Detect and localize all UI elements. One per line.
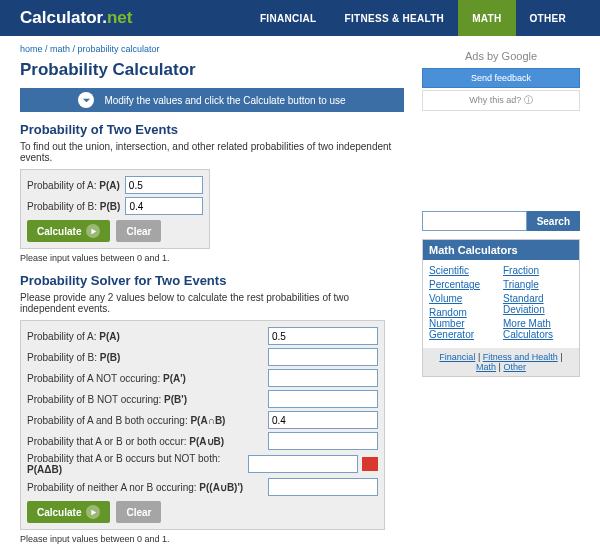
solver-label-4: Probability of A and B both occuring: P(… [27,415,263,426]
footer-fitness[interactable]: Fitness and Health [483,352,558,362]
solver-label-7: Probability of neither A nor B occuring:… [27,482,263,493]
main-nav: FINANCIAL FITNESS & HEALTH MATH OTHER [246,0,580,36]
section1-note: Please input values between 0 and 1. [20,253,404,263]
footer-financial[interactable]: Financial [439,352,475,362]
clear-button[interactable]: Clear [116,501,161,523]
link-random-number[interactable]: Random Number Generator [429,307,499,340]
top-header: Calculator.net FINANCIAL FITNESS & HEALT… [0,0,600,36]
section1-title: Probability of Two Events [20,122,404,137]
link-fraction[interactable]: Fraction [503,265,573,276]
chevron-down-icon [78,92,94,108]
solver-label-5: Probability that A or B or both occur: P… [27,436,263,447]
solver-label-6: Probability that A or B occurs but NOT b… [27,453,243,475]
solver-input-3[interactable] [268,390,378,408]
solver-input-2[interactable] [268,369,378,387]
section1-form: Probability of A: P(A) Probability of B:… [20,169,210,249]
search-button[interactable]: Search [527,211,580,231]
link-triangle[interactable]: Triangle [503,279,573,290]
side-panel-title: Math Calculators [423,240,579,260]
input-pb[interactable] [125,197,203,215]
search-input[interactable] [422,211,527,231]
breadcrumb[interactable]: home / math / probability calculator [20,44,404,54]
section1-desc: To find out the union, intersection, and… [20,141,404,163]
banner-text: Modify the values and click the Calculat… [104,95,345,106]
link-percentage[interactable]: Percentage [429,279,499,290]
math-calculators-panel: Math Calculators Scientific Percentage V… [422,239,580,377]
link-std-dev[interactable]: Standard Deviation [503,293,573,315]
label-pa: Probability of A: P(A) [27,180,120,191]
venn-icon [362,457,378,471]
site-logo[interactable]: Calculator.net [20,8,132,28]
why-this-ad-button[interactable]: Why this ad? ⓘ [422,90,580,111]
solver-input-7[interactable] [268,478,378,496]
section2-desc: Please provide any 2 values below to cal… [20,292,404,314]
nav-other[interactable]: OTHER [516,0,581,36]
solver-input-4[interactable] [268,411,378,429]
nav-financial[interactable]: FINANCIAL [246,0,331,36]
section2-note: Please input values between 0 and 1. [20,534,404,544]
input-pa[interactable] [125,176,203,194]
side-footer: Financial | Fitness and Health | Math | … [423,348,579,376]
solver-input-1[interactable] [268,348,378,366]
play-icon [86,505,100,519]
solver-input-5[interactable] [268,432,378,450]
footer-other[interactable]: Other [503,362,526,372]
solver-input-0[interactable] [268,327,378,345]
link-volume[interactable]: Volume [429,293,499,304]
ads-label: Ads by Google [422,50,580,62]
clear-button[interactable]: Clear [116,220,161,242]
link-scientific[interactable]: Scientific [429,265,499,276]
solver-label-2: Probability of A NOT occuring: P(A') [27,373,263,384]
page-title: Probability Calculator [20,60,404,80]
label-pb: Probability of B: P(B) [27,201,120,212]
play-icon [86,224,100,238]
link-more-math[interactable]: More Math Calculators [503,318,573,340]
calculate-button[interactable]: Calculate [27,501,110,523]
solver-label-0: Probability of A: P(A) [27,331,263,342]
solver-label-1: Probability of B: P(B) [27,352,263,363]
send-feedback-button[interactable]: Send feedback [422,68,580,88]
footer-math[interactable]: Math [476,362,496,372]
section2-form: Probability of A: P(A)Probability of B: … [20,320,385,530]
solver-label-3: Probability of B NOT occuring: P(B') [27,394,263,405]
calculate-button[interactable]: Calculate [27,220,110,242]
nav-fitness[interactable]: FITNESS & HEALTH [331,0,459,36]
solver-input-6[interactable] [248,455,358,473]
nav-math[interactable]: MATH [458,0,515,36]
instruction-banner: Modify the values and click the Calculat… [20,88,404,112]
section2-title: Probability Solver for Two Events [20,273,404,288]
